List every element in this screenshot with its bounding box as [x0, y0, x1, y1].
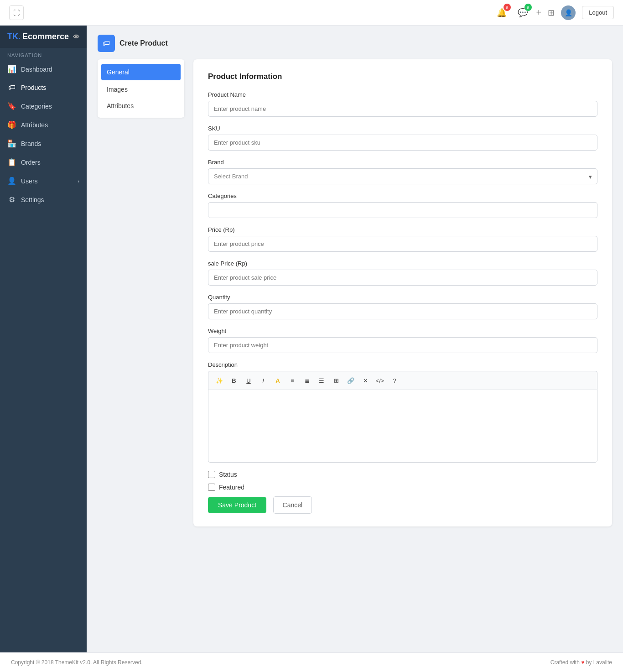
- users-icon: 👤: [7, 177, 16, 185]
- cancel-button[interactable]: Cancel: [273, 496, 312, 514]
- sidebar-item-settings[interactable]: ⚙ Settings: [0, 190, 87, 209]
- products-icon: 🏷: [7, 83, 16, 92]
- users-chevron-icon: ›: [78, 178, 79, 184]
- editor-toolbar: ✨ B U I A ≡ ≣ ☰ ⊞ 🔗 ✕ </> ?: [208, 371, 597, 390]
- sidebar: TK. Ecommerce 👁 Navigation 📊 Dashboard 🏷…: [0, 26, 87, 652]
- sidebar-label-categories: Categories: [21, 103, 52, 110]
- sidebar-label-products: Products: [21, 84, 46, 91]
- quantity-label: Quantity: [208, 294, 597, 301]
- sub-nav: General Images Attributes: [98, 59, 184, 118]
- editor-code-btn[interactable]: </>: [374, 374, 386, 387]
- footer-copyright: Copyright © 2018 ThemeKit v2.0. All Righ…: [11, 659, 143, 666]
- featured-checkbox[interactable]: [208, 484, 215, 491]
- product-name-input[interactable]: [208, 101, 597, 117]
- sidebar-label-orders: Orders: [21, 159, 41, 166]
- sku-input[interactable]: [208, 135, 597, 151]
- tab-general-label: General: [107, 68, 130, 76]
- sidebar-item-attributes[interactable]: 🎁 Attributes: [0, 115, 87, 134]
- editor-remove-btn[interactable]: ✕: [359, 374, 372, 387]
- topbar-right: 🔔 9 💬 9 + ⊞ 👤 Logout: [494, 5, 614, 20]
- save-product-button[interactable]: Save Product: [208, 497, 266, 513]
- add-icon[interactable]: +: [536, 7, 542, 18]
- settings-icon: ⚙: [7, 195, 16, 204]
- editor-italic-btn[interactable]: I: [257, 374, 270, 387]
- app-wrapper: ⛶ 🔔 9 💬 9 + ⊞ 👤 Logout TK. Ecommerce: [0, 0, 623, 672]
- avatar[interactable]: 👤: [561, 5, 576, 20]
- sku-label: SKU: [208, 125, 597, 132]
- form-card: Product Information Product Name SKU Bra…: [193, 59, 612, 526]
- sidebar-item-dashboard[interactable]: 📊 Dashboard: [0, 60, 87, 78]
- notification-bell[interactable]: 🔔 9: [494, 5, 509, 20]
- notification-badge: 9: [504, 4, 511, 11]
- tab-general[interactable]: General: [101, 64, 181, 80]
- brand-name: TK. Ecommerce: [7, 32, 69, 42]
- editor-align-btn[interactable]: ☰: [315, 374, 328, 387]
- brand-select-wrapper: Select Brand ▾: [208, 168, 597, 184]
- categories-group: Categories: [208, 193, 597, 218]
- sidebar-toggle-icon[interactable]: 👁: [73, 33, 79, 41]
- form-actions: Save Product Cancel: [208, 496, 597, 514]
- price-label: Price (Rp): [208, 226, 597, 233]
- topbar-left: ⛶: [9, 5, 24, 20]
- brands-icon: 🏪: [7, 139, 16, 148]
- editor-link-btn[interactable]: 🔗: [344, 374, 357, 387]
- sidebar-brand: TK. Ecommerce 👁: [0, 26, 87, 48]
- fullscreen-icon[interactable]: ⛶: [9, 5, 24, 20]
- categories-icon: 🔖: [7, 102, 16, 110]
- page-title: Crete Product: [119, 39, 168, 47]
- sidebar-label-brands: Brands: [21, 140, 41, 147]
- price-input[interactable]: [208, 236, 597, 252]
- sidebar-item-brands[interactable]: 🏪 Brands: [0, 134, 87, 153]
- sidebar-item-orders[interactable]: 📋 Orders: [0, 153, 87, 172]
- brand-label: Ecommerce: [22, 32, 69, 42]
- weight-group: Weight: [208, 328, 597, 353]
- tab-attributes[interactable]: Attributes: [98, 98, 184, 114]
- main-layout: TK. Ecommerce 👁 Navigation 📊 Dashboard 🏷…: [0, 26, 623, 652]
- editor-table-btn[interactable]: ⊞: [330, 374, 343, 387]
- quantity-input[interactable]: [208, 303, 597, 319]
- brand-label: Brand: [208, 159, 597, 166]
- sidebar-item-categories[interactable]: 🔖 Categories: [0, 97, 87, 115]
- brand-select[interactable]: Select Brand: [208, 168, 597, 184]
- weight-input[interactable]: [208, 337, 597, 353]
- status-checkbox-row: Status: [208, 471, 597, 478]
- logout-button[interactable]: Logout: [582, 6, 614, 19]
- product-name-label: Product Name: [208, 91, 597, 98]
- status-checkbox[interactable]: [208, 471, 215, 478]
- content-row: General Images Attributes Product Inform…: [98, 59, 612, 526]
- page-header-icon: 🏷: [98, 35, 115, 52]
- featured-checkbox-row: Featured: [208, 484, 597, 491]
- orders-icon: 📋: [7, 158, 16, 167]
- content-area: 🏷 Crete Product General Images Attribute…: [87, 26, 623, 652]
- featured-label[interactable]: Featured: [219, 484, 244, 491]
- weight-label: Weight: [208, 328, 597, 334]
- editor-help-btn[interactable]: ?: [388, 374, 401, 387]
- description-editor[interactable]: [208, 390, 597, 463]
- sale-price-input[interactable]: [208, 270, 597, 286]
- nav-section-label: Navigation: [0, 48, 87, 60]
- sidebar-item-products[interactable]: 🏷 Products: [0, 78, 87, 97]
- categories-label: Categories: [208, 193, 597, 199]
- editor-magic-btn[interactable]: ✨: [213, 374, 226, 387]
- tab-images-label: Images: [107, 86, 128, 93]
- quantity-group: Quantity: [208, 294, 597, 319]
- status-label[interactable]: Status: [219, 471, 237, 478]
- brand-group: Brand Select Brand ▾: [208, 159, 597, 184]
- tab-images[interactable]: Images: [98, 81, 184, 98]
- grid-icon[interactable]: ⊞: [548, 8, 555, 18]
- editor-underline-btn[interactable]: U: [242, 374, 255, 387]
- sale-price-group: sale Price (Rp): [208, 260, 597, 286]
- sidebar-item-users[interactable]: 👤 Users ›: [0, 172, 87, 190]
- sidebar-label-settings: Settings: [21, 196, 44, 203]
- editor-highlight-btn[interactable]: A: [271, 374, 284, 387]
- editor-bold-btn[interactable]: B: [228, 374, 240, 387]
- brand-prefix: TK.: [7, 32, 21, 42]
- message-icon[interactable]: 💬 9: [515, 5, 530, 20]
- categories-input[interactable]: [208, 202, 597, 218]
- product-name-group: Product Name: [208, 91, 597, 117]
- editor-ul-btn[interactable]: ≡: [286, 374, 299, 387]
- attributes-icon: 🎁: [7, 120, 16, 129]
- description-group: Description ✨ B U I A ≡ ≣ ☰ ⊞ 🔗: [208, 361, 597, 463]
- editor-ol-btn[interactable]: ≣: [301, 374, 313, 387]
- tab-attributes-label: Attributes: [107, 102, 134, 109]
